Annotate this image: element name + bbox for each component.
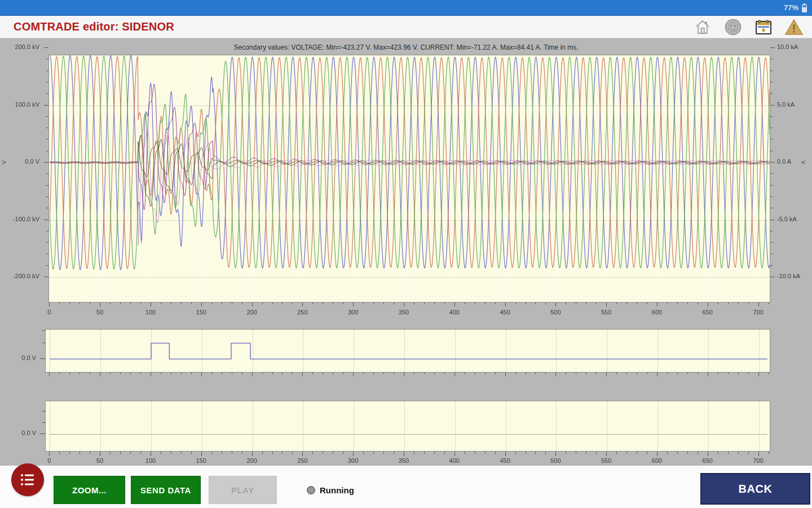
send-data-button[interactable]: SEND DATA bbox=[131, 476, 201, 504]
battery-icon bbox=[801, 3, 807, 13]
empty-channel-plot[interactable] bbox=[45, 401, 770, 452]
calendar-icon[interactable] bbox=[753, 17, 774, 37]
analog-waveform-plot[interactable] bbox=[48, 55, 770, 303]
running-indicator: Running bbox=[307, 476, 354, 504]
play-button[interactable]: PLAY bbox=[209, 476, 277, 504]
header-icons bbox=[692, 17, 804, 37]
battery-percent: 77% bbox=[784, 3, 798, 12]
running-radio-icon[interactable] bbox=[307, 486, 315, 494]
disc-icon[interactable] bbox=[723, 17, 743, 37]
page-title: COMTRADE editor: SIDENOR bbox=[14, 20, 174, 33]
chart-region: Secondary values: VOLTAGE: Min=-423.27 V… bbox=[0, 38, 812, 466]
app-header: COMTRADE editor: SIDENOR bbox=[0, 16, 812, 38]
warning-icon[interactable] bbox=[784, 17, 804, 37]
home-icon[interactable] bbox=[692, 17, 713, 37]
menu-fab-button[interactable] bbox=[11, 463, 44, 496]
running-label: Running bbox=[320, 485, 354, 495]
list-icon bbox=[20, 472, 36, 487]
zoom-button[interactable]: ZOOM... bbox=[54, 476, 125, 504]
back-button[interactable]: BACK bbox=[700, 473, 810, 505]
status-bar: 77% bbox=[0, 0, 812, 16]
bottom-toolbar: ZOOM... SEND DATA PLAY Running BACK bbox=[0, 466, 812, 508]
digital-channel-plot[interactable] bbox=[45, 329, 770, 373]
